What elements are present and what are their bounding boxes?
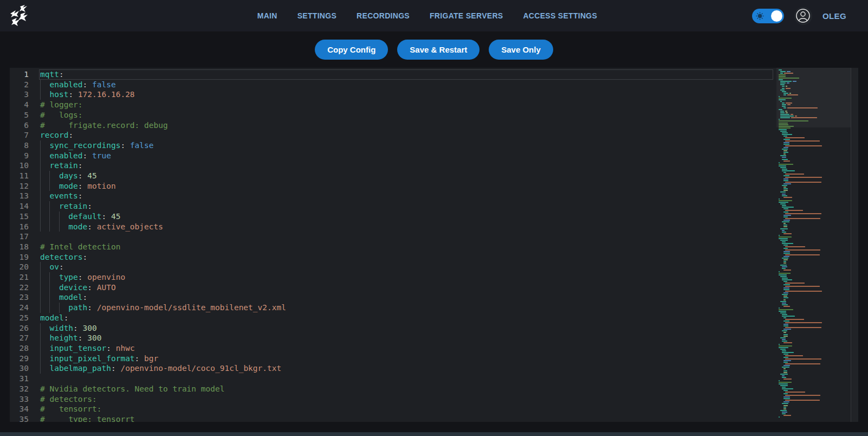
- code-line[interactable]: 30labelmap_path: /openvino-model/coco_91…: [10, 363, 776, 374]
- save-restart-button[interactable]: Save & Restart: [397, 40, 480, 60]
- line-number[interactable]: 3: [10, 89, 40, 100]
- minimap-line: [779, 99, 850, 100]
- minimap-line: [779, 123, 850, 124]
- code-line[interactable]: 3host: 172.16.16.28: [10, 89, 776, 100]
- line-number[interactable]: 4: [10, 100, 40, 110]
- line-number[interactable]: 33: [10, 394, 40, 405]
- code-line[interactable]: 8sync_recordings: false: [10, 140, 776, 151]
- minimap-line: [785, 363, 850, 364]
- line-number[interactable]: 13: [10, 191, 40, 201]
- code-line[interactable]: 21type: openvino: [10, 272, 776, 283]
- code-line[interactable]: 2enabled: false: [10, 80, 776, 90]
- nav-item-access-settings[interactable]: ACCESS SETTINGS: [523, 11, 597, 20]
- code-line[interactable]: 18# Intel detection: [10, 242, 776, 252]
- minimap-line: [783, 161, 850, 162]
- theme-toggle[interactable]: [752, 9, 784, 23]
- line-number[interactable]: 20: [10, 262, 40, 272]
- minimap-line: [783, 329, 850, 330]
- code-line[interactable]: 12mode: motion: [10, 181, 776, 191]
- line-number[interactable]: 35: [10, 414, 40, 422]
- page-horizontal-scrollbar[interactable]: [0, 432, 868, 436]
- minimap-line: [783, 299, 850, 300]
- code-line[interactable]: 11days: 45: [10, 171, 776, 181]
- line-number[interactable]: 17: [10, 232, 40, 242]
- minimap-line: [780, 228, 850, 229]
- line-number[interactable]: 32: [10, 384, 40, 394]
- config-code-editor[interactable]: 1mqtt:2enabled: false3host: 172.16.16.28…: [10, 68, 858, 422]
- line-number[interactable]: 10: [10, 161, 40, 171]
- line-number[interactable]: 18: [10, 242, 40, 252]
- code-line[interactable]: 9enabled: true: [10, 151, 776, 161]
- minimap-line: [785, 246, 850, 247]
- indent-guide: [40, 272, 49, 283]
- line-number[interactable]: 9: [10, 151, 40, 161]
- copy-config-button[interactable]: Copy Config: [315, 40, 388, 60]
- line-number[interactable]: 34: [10, 404, 40, 414]
- user-name[interactable]: OLEG: [822, 11, 846, 21]
- line-number[interactable]: 14: [10, 201, 40, 211]
- code-pane[interactable]: 1mqtt:2enabled: false3host: 172.16.16.28…: [10, 68, 776, 422]
- frigate-logo-icon[interactable]: [5, 2, 34, 30]
- code-line[interactable]: 26width: 300: [10, 323, 776, 334]
- code-line[interactable]: 19detectors:: [10, 252, 776, 262]
- line-number[interactable]: 1: [10, 69, 40, 80]
- editor-minimap[interactable]: [776, 68, 851, 422]
- code-line[interactable]: 4# logger:: [10, 100, 776, 110]
- code-line[interactable]: 6# frigate.record: debug: [10, 120, 776, 131]
- code-line[interactable]: 15default: 45: [10, 211, 776, 222]
- line-number[interactable]: 27: [10, 333, 40, 343]
- code-line[interactable]: 22device: AUTO: [10, 283, 776, 293]
- line-number[interactable]: 16: [10, 222, 40, 232]
- editor-vertical-scrollbar[interactable]: [851, 68, 858, 422]
- line-number[interactable]: 22: [10, 283, 40, 293]
- line-number[interactable]: 24: [10, 303, 40, 313]
- line-number[interactable]: 29: [10, 354, 40, 364]
- code-line[interactable]: 23model:: [10, 292, 776, 303]
- line-number[interactable]: 30: [10, 363, 40, 374]
- code-line[interactable]: 24path: /openvino-model/ssdlite_mobilene…: [10, 303, 776, 313]
- nav-item-frigate-servers[interactable]: FRIGATE SERVERS: [430, 11, 503, 20]
- line-number[interactable]: 25: [10, 313, 40, 323]
- code-line[interactable]: 33# detectors:: [10, 394, 776, 405]
- code-line[interactable]: 28input_tensor: nhwc: [10, 343, 776, 354]
- nav-item-main[interactable]: MAIN: [257, 11, 277, 20]
- code-line[interactable]: 14retain:: [10, 201, 776, 211]
- code-line[interactable]: 35# type: tensorrt: [10, 414, 776, 422]
- code-line[interactable]: 7record:: [10, 130, 776, 140]
- code-line[interactable]: 34# tensorrt:: [10, 404, 776, 414]
- minimap-line: [785, 400, 850, 401]
- line-number[interactable]: 21: [10, 272, 40, 283]
- code-line[interactable]: 17: [10, 232, 776, 242]
- save-only-button[interactable]: Save Only: [489, 40, 553, 60]
- line-number[interactable]: 7: [10, 130, 40, 140]
- nav-item-settings[interactable]: SETTINGS: [297, 11, 336, 20]
- code-line[interactable]: 31: [10, 374, 776, 384]
- code-line[interactable]: 1mqtt:: [10, 69, 776, 80]
- code-line[interactable]: 13events:: [10, 191, 776, 201]
- line-number[interactable]: 2: [10, 80, 40, 90]
- code-line[interactable]: 20ov:: [10, 262, 776, 272]
- code-line[interactable]: 25model:: [10, 313, 776, 323]
- line-number[interactable]: 28: [10, 343, 40, 354]
- minimap-line: [780, 374, 850, 375]
- line-number[interactable]: 6: [10, 120, 40, 131]
- line-number[interactable]: 31: [10, 374, 40, 384]
- line-number[interactable]: 5: [10, 110, 40, 120]
- line-number[interactable]: 26: [10, 323, 40, 334]
- code-line[interactable]: 5# logs:: [10, 110, 776, 120]
- user-avatar[interactable]: [794, 7, 812, 25]
- nav-item-recordings[interactable]: RECORDINGS: [357, 11, 410, 20]
- line-number[interactable]: 8: [10, 140, 40, 151]
- minimap-line: [779, 383, 850, 384]
- line-number[interactable]: 11: [10, 171, 40, 181]
- code-line[interactable]: 32# Nvidia detectors. Need to train mode…: [10, 384, 776, 394]
- code-line[interactable]: 10retain:: [10, 161, 776, 171]
- minimap-line: [783, 284, 850, 285]
- line-number[interactable]: 23: [10, 292, 40, 303]
- code-line[interactable]: 27height: 300: [10, 333, 776, 343]
- code-line[interactable]: 29input_pixel_format: bgr: [10, 354, 776, 364]
- line-number[interactable]: 19: [10, 252, 40, 262]
- code-line[interactable]: 16mode: active_objects: [10, 222, 776, 232]
- line-number[interactable]: 15: [10, 211, 40, 222]
- line-number[interactable]: 12: [10, 181, 40, 191]
